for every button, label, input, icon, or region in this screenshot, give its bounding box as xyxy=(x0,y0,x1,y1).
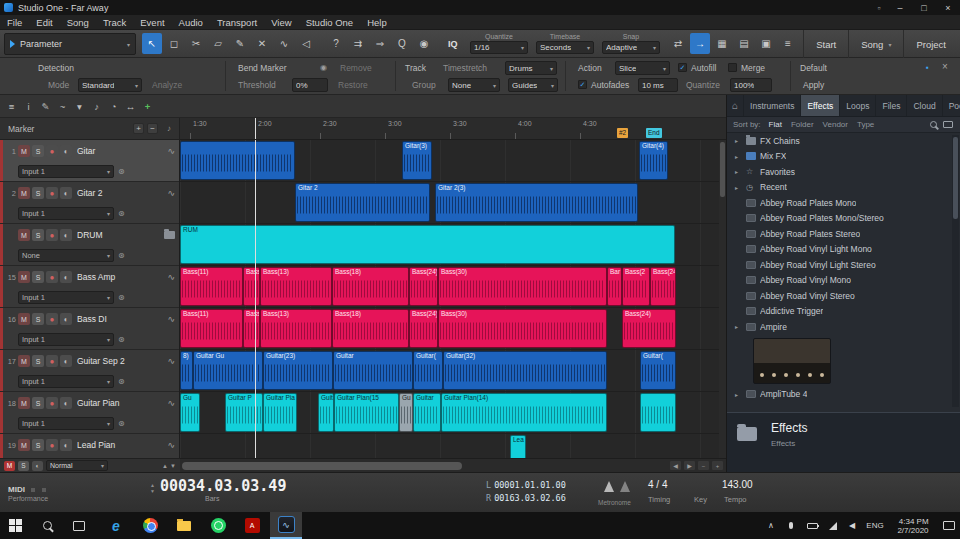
master-mute-button[interactable]: M xyxy=(4,461,15,471)
acrobat-icon[interactable]: A xyxy=(236,512,268,539)
track-record-button[interactable]: ● xyxy=(46,313,58,325)
audio-clip-guitar-32[interactable]: Guitar(32) xyxy=(443,351,607,390)
audio-clip-bass-30[interactable]: Bass(30) xyxy=(438,267,607,306)
scroll-thumb[interactable] xyxy=(182,462,462,470)
studio-one-icon[interactable]: ∿ xyxy=(270,512,302,539)
layers-toggle[interactable]: ▣ xyxy=(756,33,776,54)
tab-files[interactable]: Files xyxy=(876,95,907,116)
guides-select[interactable]: Guides ▾ xyxy=(508,78,558,92)
audio-clip-guitar-pia[interactable]: Guitar Pia xyxy=(263,393,297,432)
track-monitor-button[interactable]: ◐ xyxy=(60,271,72,283)
audio-clip-8[interactable]: 8) xyxy=(180,351,193,390)
bend-move-tool[interactable]: ⇒ xyxy=(370,33,390,54)
track-input-select[interactable]: Input 1▾ xyxy=(18,375,114,388)
track-record-button[interactable]: ● xyxy=(46,439,58,451)
loop-end-value[interactable]: 00163.03.02.66 xyxy=(494,493,566,503)
apply-button[interactable]: Apply xyxy=(803,80,824,90)
note-icon[interactable]: ♪ xyxy=(88,98,105,115)
audio-clip-gitar-2[interactable]: Gitar 2 xyxy=(295,183,430,222)
action-center-icon[interactable] xyxy=(938,512,960,539)
group-select[interactable]: None ▾ xyxy=(448,78,500,92)
chrome-icon[interactable] xyxy=(134,512,166,539)
menu-item-track[interactable]: Track xyxy=(96,15,133,30)
audio-clip-bass-24[interactable]: Bass(24) xyxy=(409,309,438,348)
network-icon[interactable] xyxy=(824,512,842,539)
audio-clip-gu[interactable]: Gu xyxy=(180,393,200,432)
track-mute-button[interactable]: M xyxy=(18,229,30,241)
marker-2[interactable]: #2 xyxy=(617,128,628,138)
track-mute-button[interactable]: M xyxy=(18,145,30,157)
mute-tool[interactable]: ✕ xyxy=(252,33,272,54)
pin-icon[interactable]: ▪ xyxy=(926,63,929,72)
track-size-up-icon[interactable]: ▲ xyxy=(162,463,168,469)
analyze-button[interactable]: Analyze xyxy=(152,80,182,90)
search-icon[interactable] xyxy=(32,512,62,539)
microphone-icon[interactable] xyxy=(782,512,800,539)
playhead[interactable] xyxy=(255,118,256,139)
browser-item-addictive-trigger[interactable]: Addictive Trigger xyxy=(727,304,953,320)
eye-icon[interactable]: ◉ xyxy=(320,63,327,72)
track-record-button[interactable]: ● xyxy=(46,397,58,409)
track-monitor-button[interactable]: ◐ xyxy=(60,229,72,241)
close-panel-icon[interactable]: × xyxy=(942,61,948,72)
menu-icon[interactable]: ≡ xyxy=(3,98,20,115)
bend-line-icon[interactable]: ~ xyxy=(54,98,71,115)
gear-icon[interactable]: ⊛ xyxy=(118,335,125,344)
audio-clip-guitar-p[interactable]: Guitar P xyxy=(318,393,334,432)
scroll-thumb[interactable] xyxy=(953,137,958,219)
menu-item-help[interactable]: Help xyxy=(360,15,394,30)
browser-item-abbey-road-vinyl-stereo[interactable]: Abbey Road Vinyl Stereo xyxy=(727,288,953,304)
gear-icon[interactable]: ⊛ xyxy=(118,167,125,176)
paint-icon[interactable]: ✎ xyxy=(37,98,54,115)
scroll-right-button[interactable]: ▶ xyxy=(683,460,696,471)
track-record-button[interactable]: ● xyxy=(46,145,58,157)
start-icon[interactable] xyxy=(0,512,30,539)
track-header-gitar[interactable]: 1MS●◐Gitar∿Input 1▾⊛ xyxy=(0,140,180,182)
audio-clip[interactable] xyxy=(640,393,676,432)
arrow-tool[interactable]: ↖ xyxy=(142,33,162,54)
browser-item-abbey-road-plates-mono[interactable]: Abbey Road Plates Mono xyxy=(727,195,953,211)
volume-icon[interactable]: ◀ xyxy=(844,512,860,539)
autofill-checkbox[interactable]: ✓ xyxy=(678,63,687,72)
browser-item-ampire[interactable]: ▸Ampire xyxy=(727,319,953,335)
browser-item-abbey-road-vinyl-mono[interactable]: Abbey Road Vinyl Mono xyxy=(727,273,953,289)
track-monitor-button[interactable]: ◐ xyxy=(60,313,72,325)
playhead-position-display[interactable]: 00034.03.03.49 xyxy=(160,477,286,495)
remove-button[interactable]: Remove xyxy=(340,63,372,73)
scroll-left-button[interactable]: ◀ xyxy=(669,460,682,471)
eraser-tool[interactable]: ▱ xyxy=(208,33,228,54)
automation-mode-select[interactable]: Normal ▾ xyxy=(46,460,108,471)
quantize-tool[interactable]: Q xyxy=(392,33,412,54)
loop-start-value[interactable]: 00001.01.01.00 xyxy=(494,480,566,490)
info-icon[interactable]: i xyxy=(20,98,37,115)
track-record-button[interactable]: ● xyxy=(46,229,58,241)
timestretch-select[interactable]: Drums ▾ xyxy=(505,61,557,75)
sort-flat[interactable]: Flat xyxy=(769,120,782,129)
audio-clip-bar[interactable]: Bar xyxy=(607,267,622,306)
timeline-ruler[interactable]: 1:302:002:303:003:304:004:30#2End xyxy=(180,118,726,140)
start-button[interactable]: Start xyxy=(803,30,848,58)
tempo-value[interactable]: 143.00 xyxy=(722,479,753,490)
expand-arrow-icon[interactable]: ▸ xyxy=(735,168,742,175)
menu-item-file[interactable]: File xyxy=(0,15,29,30)
bend-marker-tool[interactable]: ⇉ xyxy=(348,33,368,54)
audio-clip-gitar-4[interactable]: Gitar(4) xyxy=(639,141,668,180)
gear-icon[interactable]: ⊛ xyxy=(118,377,125,386)
sort-vendor[interactable]: Vendor xyxy=(823,120,848,129)
expand-arrow-icon[interactable]: ▸ xyxy=(735,137,742,144)
track-list-toggle[interactable]: ≡ xyxy=(778,33,798,54)
song-button[interactable]: Song▾ xyxy=(848,30,903,58)
key-label[interactable]: Key xyxy=(694,495,707,504)
audio-clip-bass-18[interactable]: Bass(18) xyxy=(332,267,409,306)
zoom-out-button[interactable]: − xyxy=(697,460,710,471)
language-indicator[interactable]: ENG xyxy=(862,512,888,539)
track-header-bass-di[interactable]: 16MS●◐Bass DI∿Input 1▾⊛ xyxy=(0,308,180,350)
expand-arrow-icon[interactable]: ▸ xyxy=(735,391,742,398)
expand-arrow-icon[interactable]: ▸ xyxy=(735,323,742,330)
audition-tool[interactable]: ◉ xyxy=(414,33,434,54)
tab-instruments[interactable]: Instruments xyxy=(744,95,801,116)
track-mute-button[interactable]: M xyxy=(18,439,30,451)
track-input-select[interactable]: Input 1▾ xyxy=(18,333,114,346)
menu-item-audio[interactable]: Audio xyxy=(172,15,210,30)
menu-item-view[interactable]: View xyxy=(264,15,298,30)
